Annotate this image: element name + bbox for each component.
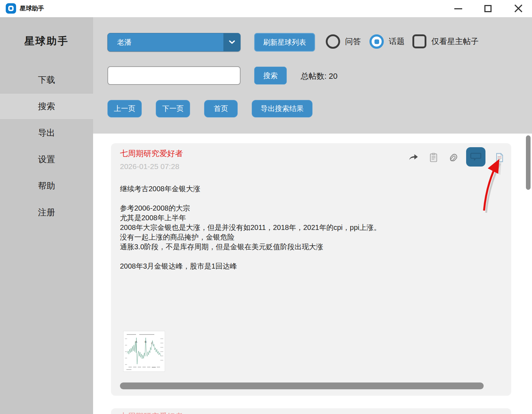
- checkbox-icon: [412, 34, 426, 48]
- export-results-button[interactable]: 导出搜索结果: [252, 100, 313, 117]
- sidebar-item-register[interactable]: 注册: [0, 199, 93, 226]
- comment-button[interactable]: [466, 147, 485, 167]
- app-logo-inner-square: [8, 6, 14, 11]
- post-line: 没有一起上涨的商品掩护，金银危险: [120, 232, 499, 242]
- post-line: 参考2006-2008的大宗: [120, 203, 499, 213]
- sidebar-nav: 下载 搜索 导出 设置 帮助 注册: [0, 67, 93, 226]
- prev-page-button[interactable]: 上一页: [107, 100, 142, 117]
- total-posts-label: 总帖数: 20: [301, 71, 338, 82]
- post-line: 通胀3.0阶段，不是库存周期，但是金银在美元贬值阶段出现大涨: [120, 242, 499, 252]
- post-line: 2008年3月金银达峰，股市是1回达峰: [120, 261, 499, 271]
- next-page-button[interactable]: 下一页: [156, 100, 190, 117]
- sidebar: 星球助手 下载 搜索 导出 设置 帮助 注册: [0, 17, 93, 414]
- chevron-down-icon: [223, 33, 240, 51]
- radio-qa-label: 问答: [345, 36, 361, 47]
- sidebar-item-search[interactable]: 搜索: [0, 93, 93, 120]
- titlebar: 星球助手: [0, 0, 532, 17]
- planet-select[interactable]: 老潘: [107, 33, 241, 52]
- radio-topic-circle-icon: [369, 34, 384, 49]
- sidebar-item-export[interactable]: 导出: [0, 120, 93, 146]
- owner-only-label: 仅看星主帖子: [431, 36, 479, 47]
- post-line: 2008年大宗金银也是大涨，但是并没有如2011，2018年，2021年的cpi…: [120, 223, 499, 232]
- post-body: 继续考古2008年金银大涨 参考2006-2008的大宗 尤其是2008年上半年…: [120, 184, 499, 271]
- maximize-icon: [484, 5, 492, 12]
- refresh-planet-list-button[interactable]: 刷新星球列表: [254, 33, 315, 52]
- radio-topic-label: 话题: [389, 36, 405, 47]
- minimize-icon: [454, 8, 462, 9]
- toolbar: 老潘 刷新星球列表 问答 话题 仅看星主帖子 搜索 总帖数: 20 上一页 下一…: [93, 17, 532, 134]
- post-line: [120, 252, 499, 261]
- search-button[interactable]: 搜索: [254, 67, 287, 85]
- minimize-button[interactable]: [451, 2, 465, 15]
- radio-topic[interactable]: 话题: [369, 34, 405, 49]
- first-page-button[interactable]: 首页: [204, 100, 238, 117]
- sidebar-item-help[interactable]: 帮助: [0, 173, 93, 199]
- document-icon[interactable]: [495, 153, 504, 162]
- svg-text:C: C: [151, 342, 153, 345]
- paperclip-icon[interactable]: [449, 153, 458, 162]
- sidebar-item-download[interactable]: 下载: [0, 67, 93, 93]
- post-line: 尤其是2008年上半年: [120, 213, 499, 223]
- sidebar-title: 星球助手: [0, 34, 93, 48]
- close-icon: [514, 4, 523, 13]
- sidebar-item-settings[interactable]: 设置: [0, 146, 93, 173]
- post-image-thumbnail[interactable]: A B C: [124, 331, 165, 371]
- post-card: 七周期研究爱好者: [111, 143, 511, 396]
- window-title: 星球助手: [20, 4, 44, 13]
- post-author: 七周期研究爱好者: [120, 148, 183, 159]
- svg-text:A: A: [135, 340, 137, 343]
- radio-qa[interactable]: 问答: [326, 34, 361, 49]
- owner-only-checkbox[interactable]: 仅看星主帖子: [412, 34, 479, 48]
- svg-text:B: B: [145, 340, 146, 343]
- comment-bubble-icon: [470, 152, 482, 162]
- share-icon[interactable]: [409, 153, 418, 162]
- planet-select-value: 老潘: [108, 38, 223, 47]
- app-logo-icon: [6, 3, 16, 14]
- vertical-scrollbar[interactable]: [526, 135, 531, 190]
- results-area: 七周期研究爱好者: [93, 134, 532, 414]
- post-line: [120, 194, 499, 203]
- radio-qa-circle-icon: [326, 34, 340, 49]
- post-timestamp: 2026-01-25 07:28: [120, 162, 179, 171]
- close-button[interactable]: [511, 2, 526, 15]
- post-card-next: 七周期研究爱好者: [111, 408, 511, 414]
- post-author: 七周期研究爱好者: [120, 411, 183, 414]
- clipboard-icon[interactable]: [429, 153, 438, 162]
- post-line: 继续考古2008年金银大涨: [120, 184, 499, 194]
- search-input[interactable]: [107, 66, 241, 85]
- post-action-icons: [398, 148, 504, 167]
- maximize-button[interactable]: [481, 2, 495, 15]
- app-window: 星球助手 星球助手 下载 搜索 导出 设置 帮助 注册 老潘 刷新星球列表 问答: [0, 0, 532, 414]
- horizontal-scrollbar[interactable]: [120, 382, 484, 389]
